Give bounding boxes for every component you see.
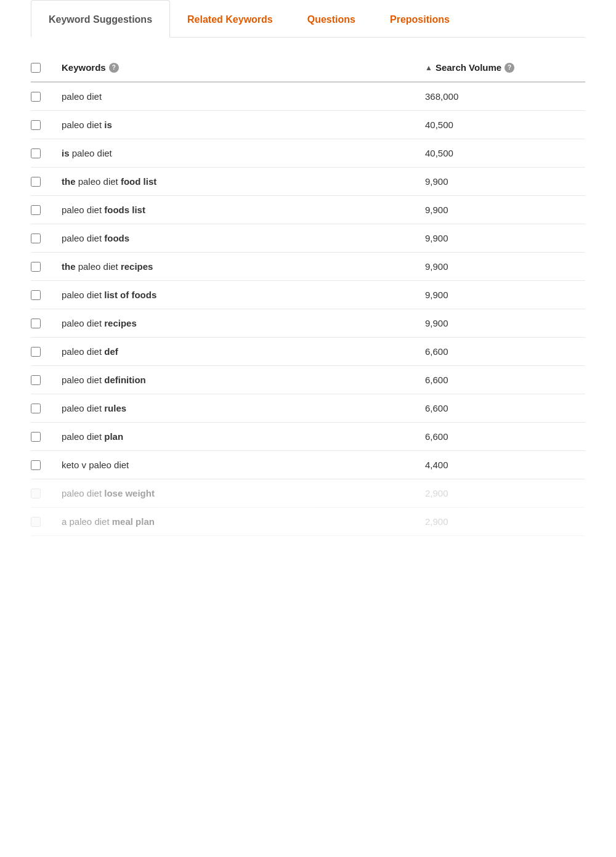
- table-row: paleo diet foods9,900: [31, 224, 585, 253]
- row-checkbox-col: [31, 205, 62, 215]
- row-volume-col: 9,900: [425, 233, 585, 243]
- row-volume-col: 9,900: [425, 318, 585, 328]
- row-checkbox[interactable]: [31, 460, 41, 470]
- volume-text: 6,600: [425, 431, 448, 442]
- row-checkbox[interactable]: [31, 234, 41, 243]
- row-checkbox-col: [31, 177, 62, 187]
- table-row: paleo diet foods list9,900: [31, 196, 585, 224]
- row-volume-col: 9,900: [425, 261, 585, 272]
- row-checkbox-col: [31, 262, 62, 272]
- volume-column-header: ▲ Search Volume ?: [425, 62, 585, 73]
- row-volume-col: 9,900: [425, 205, 585, 215]
- volume-text: 9,900: [425, 261, 448, 272]
- tab-questions[interactable]: Questions: [290, 0, 373, 37]
- volume-text: 40,500: [425, 148, 453, 158]
- row-keyword-col: is paleo diet: [62, 148, 425, 158]
- row-checkbox[interactable]: [31, 177, 41, 187]
- row-keyword-col: the paleo diet food list: [62, 176, 425, 187]
- row-volume-col: 40,500: [425, 148, 585, 158]
- table-row: paleo diet rules6,600: [31, 394, 585, 423]
- volume-text: 2,900: [425, 516, 448, 527]
- keyword-text: paleo diet: [62, 91, 102, 102]
- row-checkbox-col: [31, 319, 62, 328]
- keyword-text: paleo diet lose weight: [62, 488, 155, 498]
- volume-text: 9,900: [425, 176, 448, 187]
- row-keyword-col: paleo diet rules: [62, 403, 425, 413]
- row-volume-col: 9,900: [425, 176, 585, 187]
- row-checkbox[interactable]: [31, 517, 41, 527]
- tab-related-keywords[interactable]: Related Keywords: [170, 0, 290, 37]
- volume-info-icon[interactable]: ?: [505, 63, 514, 73]
- keyword-rows-container: paleo diet368,000paleo diet is40,500is p…: [31, 83, 585, 536]
- row-checkbox[interactable]: [31, 319, 41, 328]
- table-row: is paleo diet40,500: [31, 139, 585, 168]
- volume-column-label: Search Volume: [436, 62, 501, 73]
- row-checkbox[interactable]: [31, 432, 41, 442]
- volume-text: 368,000: [425, 91, 458, 102]
- tab-prepositions[interactable]: Prepositions: [373, 0, 467, 37]
- row-checkbox[interactable]: [31, 148, 41, 158]
- row-keyword-col: keto v paleo diet: [62, 460, 425, 470]
- row-checkbox-col: [31, 347, 62, 357]
- tab-bar: Keyword Suggestions Related Keywords Que…: [31, 0, 585, 38]
- row-volume-col: 2,900: [425, 516, 585, 527]
- row-checkbox-col: [31, 404, 62, 413]
- tab-keyword-suggestions[interactable]: Keyword Suggestions: [31, 0, 170, 38]
- row-checkbox[interactable]: [31, 205, 41, 215]
- row-checkbox[interactable]: [31, 375, 41, 385]
- row-checkbox[interactable]: [31, 262, 41, 272]
- row-volume-col: 4,400: [425, 460, 585, 470]
- row-keyword-col: the paleo diet recipes: [62, 261, 425, 272]
- row-keyword-col: paleo diet lose weight: [62, 488, 425, 498]
- row-checkbox[interactable]: [31, 120, 41, 130]
- row-checkbox-col: [31, 489, 62, 498]
- volume-text: 2,900: [425, 488, 448, 498]
- table-row: paleo diet is40,500: [31, 111, 585, 139]
- keyword-text: a paleo diet meal plan: [62, 516, 155, 527]
- row-checkbox-col: [31, 92, 62, 102]
- table-row: paleo diet lose weight2,900: [31, 479, 585, 508]
- volume-text: 9,900: [425, 233, 448, 243]
- volume-text: 40,500: [425, 120, 453, 130]
- row-checkbox[interactable]: [31, 92, 41, 102]
- table-row: paleo diet def6,600: [31, 338, 585, 366]
- table-row: keto v paleo diet4,400: [31, 451, 585, 479]
- row-volume-col: 6,600: [425, 431, 585, 442]
- keyword-text: keto v paleo diet: [62, 460, 129, 470]
- keyword-text: is paleo diet: [62, 148, 112, 158]
- row-keyword-col: paleo diet foods list: [62, 205, 425, 215]
- volume-text: 6,600: [425, 403, 448, 413]
- row-checkbox[interactable]: [31, 290, 41, 300]
- volume-text: 9,900: [425, 205, 448, 215]
- row-keyword-col: paleo diet: [62, 91, 425, 102]
- row-keyword-col: a paleo diet meal plan: [62, 516, 425, 527]
- keyword-text: paleo diet is: [62, 120, 112, 130]
- row-keyword-col: paleo diet list of foods: [62, 290, 425, 300]
- volume-text: 9,900: [425, 318, 448, 328]
- row-keyword-col: paleo diet is: [62, 120, 425, 130]
- sort-arrow-icon[interactable]: ▲: [425, 63, 432, 72]
- row-checkbox-col: [31, 148, 62, 158]
- row-checkbox[interactable]: [31, 347, 41, 357]
- row-checkbox[interactable]: [31, 404, 41, 413]
- row-volume-col: 9,900: [425, 290, 585, 300]
- keyword-info-icon[interactable]: ?: [109, 63, 119, 73]
- row-keyword-col: paleo diet definition: [62, 375, 425, 385]
- volume-text: 6,600: [425, 346, 448, 357]
- row-checkbox[interactable]: [31, 489, 41, 498]
- row-keyword-col: paleo diet recipes: [62, 318, 425, 328]
- table-row: paleo diet definition6,600: [31, 366, 585, 394]
- row-checkbox-col: [31, 375, 62, 385]
- row-checkbox-col: [31, 290, 62, 300]
- keyword-text: paleo diet foods list: [62, 205, 145, 215]
- table-row: paleo diet list of foods9,900: [31, 281, 585, 309]
- row-volume-col: 2,900: [425, 488, 585, 498]
- row-keyword-col: paleo diet plan: [62, 431, 425, 442]
- volume-text: 9,900: [425, 290, 448, 300]
- keyword-text: the paleo diet food list: [62, 176, 156, 187]
- select-all-checkbox[interactable]: [31, 63, 41, 73]
- keyword-text: paleo diet foods: [62, 233, 129, 243]
- table-row: paleo diet plan6,600: [31, 423, 585, 451]
- header-keyword-col: Keywords ?: [62, 62, 425, 73]
- header-checkbox-col: [31, 63, 62, 73]
